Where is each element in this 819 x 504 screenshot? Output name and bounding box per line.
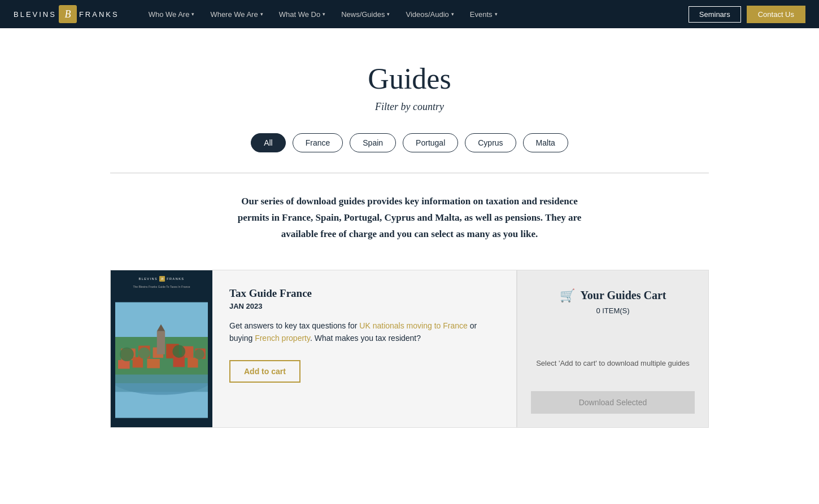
nav-item-label: Videos/Audio — [406, 10, 448, 19]
filter-cyprus[interactable]: Cyprus — [465, 133, 516, 152]
cart-count: 0 ITEM(S) — [596, 306, 629, 315]
filter-row: All France Spain Portugal Cyprus Malta — [110, 133, 709, 152]
content-grid: BLEVINS B FRANKS The Blevins Franks Guid… — [110, 270, 709, 428]
guide-desc-text1: Get answers to key tax questions for — [229, 321, 359, 330]
main-nav: BLEVINS B FRANKS Who We Are ▾ Where We A… — [0, 0, 819, 28]
logo-text-right: FRANKS — [79, 10, 119, 19]
nav-item-news-guides[interactable]: News/Guides ▾ — [334, 0, 397, 28]
cart-title: Your Guides Cart — [581, 289, 666, 302]
svg-rect-13 — [147, 359, 160, 368]
nav-item-where-we-are[interactable]: Where We Are ▾ — [203, 0, 269, 28]
nav-item-label: Where We Are — [210, 10, 258, 19]
svg-rect-9 — [157, 331, 165, 354]
nav-item-what-we-do[interactable]: What We Do ▾ — [272, 0, 332, 28]
svg-point-20 — [194, 349, 204, 359]
chevron-down-icon: ▾ — [495, 11, 498, 17]
guide-link2[interactable]: French property — [255, 334, 310, 343]
page-subtitle: Filter by country — [110, 101, 709, 113]
guide-description: Get answers to key tax questions for UK … — [229, 319, 499, 345]
cart-panel: 🛒 Your Guides Cart 0 ITEM(S) Select 'Add… — [517, 270, 709, 428]
contact-button[interactable]: Contact Us — [747, 6, 805, 23]
svg-point-17 — [120, 347, 134, 361]
chevron-down-icon: ▾ — [451, 11, 454, 17]
guide-card: BLEVINS B FRANKS The Blevins Franks Guid… — [110, 270, 517, 428]
page-description: Our series of download guides provides k… — [229, 194, 590, 243]
page-content: Guides Filter by country All France Spai… — [99, 28, 720, 450]
logo-badge: B — [59, 5, 77, 23]
nav-item-label: What We Do — [279, 10, 320, 19]
filter-spain[interactable]: Spain — [350, 133, 396, 152]
guide-date: JAN 2023 — [229, 302, 499, 310]
filter-portugal[interactable]: Portugal — [403, 133, 458, 152]
add-to-cart-button[interactable]: Add to cart — [229, 360, 300, 383]
download-selected-button[interactable]: Download Selected — [531, 391, 695, 414]
guide-image-title: The Blevins Franks Guide To Taxes In Fra… — [115, 285, 208, 288]
filter-france[interactable]: France — [293, 133, 343, 152]
cart-hint: Select 'Add to cart' to download multipl… — [536, 359, 690, 367]
logo[interactable]: BLEVINS B FRANKS — [14, 5, 119, 23]
chevron-down-icon: ▾ — [260, 11, 263, 17]
filter-malta[interactable]: Malta — [523, 133, 568, 152]
nav-actions: Seminars Contact Us — [689, 6, 805, 23]
page-title: Guides — [110, 62, 709, 95]
svg-rect-16 — [115, 374, 208, 392]
nav-item-label: Events — [470, 10, 493, 19]
nav-item-label: Who We Are — [149, 10, 190, 19]
guide-image-wrapper: BLEVINS B FRANKS The Blevins Franks Guid… — [111, 270, 212, 427]
svg-rect-11 — [118, 360, 130, 369]
svg-point-18 — [138, 347, 150, 359]
guide-info: Tax Guide France JAN 2023 Get answers to… — [212, 270, 516, 427]
nav-item-label: News/Guides — [341, 10, 385, 19]
svg-rect-12 — [133, 357, 143, 367]
nav-items: Who We Are ▾ Where We Are ▾ What We Do ▾… — [142, 0, 689, 28]
guide-desc-text3: . What makes you tax resident? — [310, 334, 421, 343]
cart-icon: 🛒 — [560, 288, 575, 303]
svg-point-19 — [172, 345, 185, 358]
chevron-down-icon: ▾ — [323, 11, 325, 17]
chevron-down-icon: ▾ — [191, 11, 194, 17]
seminars-button[interactable]: Seminars — [689, 6, 741, 23]
logo-text-left: BLEVINS — [14, 10, 56, 19]
divider — [110, 173, 709, 173]
nav-item-videos-audio[interactable]: Videos/Audio ▾ — [399, 0, 460, 28]
filter-all[interactable]: All — [251, 133, 286, 152]
guide-title: Tax Guide France — [229, 287, 499, 300]
nav-item-who-we-are[interactable]: Who We Are ▾ — [142, 0, 202, 28]
nav-item-events[interactable]: Events ▾ — [463, 0, 504, 28]
page-header: Guides Filter by country — [110, 62, 709, 113]
guide-link1[interactable]: UK nationals moving to France — [359, 321, 467, 330]
cart-header: 🛒 Your Guides Cart — [560, 288, 666, 303]
svg-rect-15 — [188, 358, 198, 367]
chevron-down-icon: ▾ — [387, 11, 390, 17]
